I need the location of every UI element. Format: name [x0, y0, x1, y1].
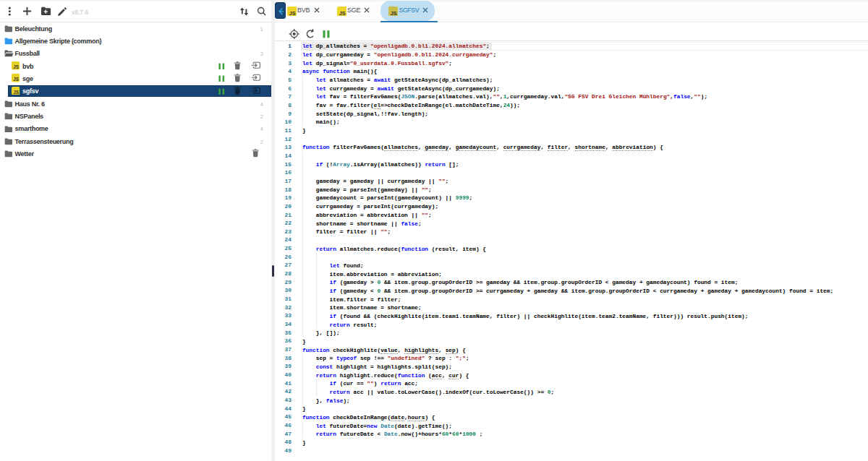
svg-text:JS: JS	[339, 9, 345, 16]
svg-text:JS: JS	[390, 9, 396, 16]
svg-text:JS: JS	[13, 64, 19, 69]
svg-text:JS: JS	[289, 9, 295, 16]
svg-text:JS: JS	[13, 90, 19, 95]
svg-text:JS: JS	[13, 77, 19, 82]
